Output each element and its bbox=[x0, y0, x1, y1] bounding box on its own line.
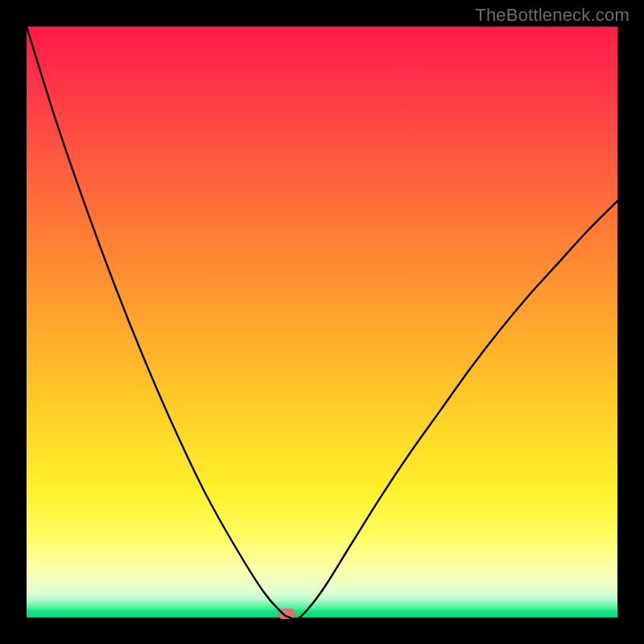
watermark-text: TheBottleneck.com bbox=[475, 5, 630, 26]
chart-root: TheBottleneck.com bbox=[0, 0, 644, 644]
bottleneck-curve bbox=[27, 27, 617, 617]
plot-area bbox=[27, 27, 617, 617]
